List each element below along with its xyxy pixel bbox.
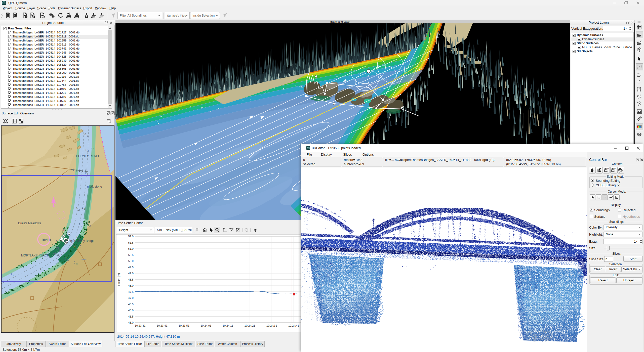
svg-text:51.0: 51.0: [128, 247, 134, 250]
svg-text:1: 1: [11, 273, 12, 276]
svg-text:6: 6: [62, 229, 64, 232]
svg-text:2: 2: [81, 224, 82, 227]
svg-text:1: 1: [65, 257, 66, 260]
svg-text:2: 2: [78, 208, 80, 211]
svg-text:10:24:21: 10:24:21: [245, 324, 255, 327]
svg-text:0: 0: [91, 146, 92, 149]
svg-text:48.0: 48.0: [128, 284, 134, 287]
svg-text:47.5: 47.5: [128, 290, 134, 293]
svg-text:0: 0: [85, 133, 86, 136]
svg-text:3: 3: [63, 243, 64, 246]
svg-text:49.5: 49.5: [128, 266, 134, 269]
svg-text:1: 1: [76, 207, 77, 210]
svg-text:9: 9: [76, 262, 77, 266]
svg-text:Height [m]: Height [m]: [117, 273, 120, 286]
svg-text:51.5: 51.5: [128, 241, 134, 244]
svg-text:46.0: 46.0: [128, 309, 134, 312]
svg-text:2: 2: [89, 224, 91, 227]
svg-text:1: 1: [87, 223, 89, 226]
svg-text:10:24:11: 10:24:11: [223, 324, 233, 327]
svg-text:1: 1: [76, 235, 77, 238]
svg-text:10:24:31: 10:24:31: [266, 324, 277, 327]
svg-text:2: 2: [77, 243, 79, 246]
svg-text:5: 5: [51, 240, 52, 243]
svg-text:4: 4: [84, 208, 85, 211]
svg-text:4: 4: [87, 150, 89, 153]
svg-text:mud, stone: mud, stone: [87, 185, 102, 188]
svg-text:1: 1: [78, 223, 80, 226]
svg-text:49.0: 49.0: [128, 272, 134, 275]
svg-text:52.0: 52.0: [128, 235, 134, 238]
svg-text:10:23:51: 10:23:51: [179, 324, 189, 327]
svg-text:10:23:31: 10:23:31: [135, 324, 146, 327]
svg-text:10:24:01: 10:24:01: [200, 324, 211, 327]
svg-text:MORTLAKE REACH: MORTLAKE REACH: [21, 254, 49, 257]
svg-text:7: 7: [87, 134, 88, 137]
svg-text:47.0: 47.0: [128, 296, 134, 299]
svg-text:N: N: [608, 168, 609, 169]
svg-text:4: 4: [40, 268, 41, 271]
svg-text:1: 1: [82, 206, 83, 209]
svg-text:45.0: 45.0: [128, 321, 134, 324]
svg-text:45.5: 45.5: [128, 315, 134, 318]
svg-text:4: 4: [13, 274, 14, 277]
svg-text:10:24:41: 10:24:41: [288, 324, 299, 327]
svg-text:48.5: 48.5: [128, 278, 134, 281]
svg-text:10:23:41: 10:23:41: [157, 324, 168, 327]
svg-text:1: 1: [85, 148, 87, 151]
svg-text:5.4: 5.4: [71, 242, 74, 245]
svg-text:E: E: [615, 168, 616, 169]
svg-text:46.5: 46.5: [128, 303, 134, 306]
svg-text:50.5: 50.5: [128, 253, 134, 256]
svg-text:CORNEY REACH: CORNEY REACH: [76, 154, 100, 158]
svg-text:RIVER: RIVER: [42, 238, 51, 242]
svg-text:50.0: 50.0: [128, 259, 134, 262]
svg-text:Duke’s Meadows: Duke’s Meadows: [18, 222, 41, 225]
svg-text:1: 1: [93, 148, 95, 151]
svg-text:0: 0: [80, 245, 81, 248]
svg-text:0: 0: [74, 261, 75, 264]
svg-text:1: 1: [85, 171, 86, 174]
svg-text:6: 6: [67, 258, 69, 261]
svg-text:1: 1: [56, 240, 57, 243]
